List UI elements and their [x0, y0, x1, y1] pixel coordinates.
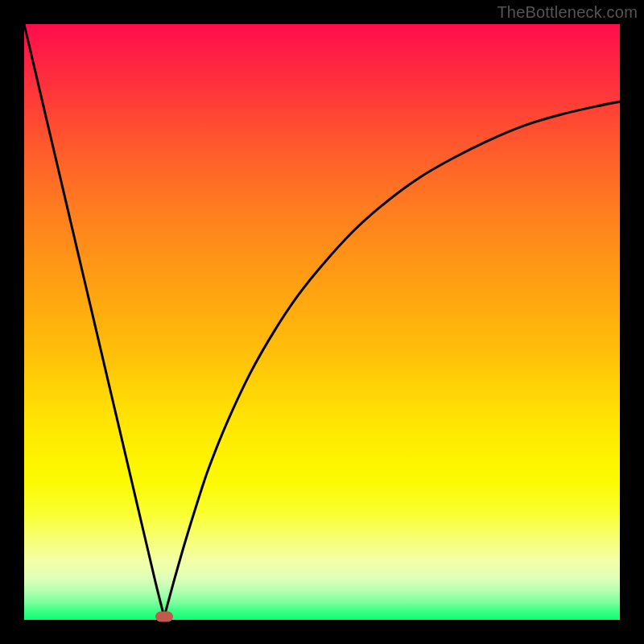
curve-right-branch [164, 101, 620, 617]
plot-area [24, 24, 620, 620]
watermark-text: TheBottleneck.com [497, 3, 638, 22]
chart-frame: TheBottleneck.com [0, 0, 644, 644]
curve-svg [24, 24, 620, 620]
curve-left-branch [24, 24, 164, 617]
minimum-marker [155, 612, 173, 622]
